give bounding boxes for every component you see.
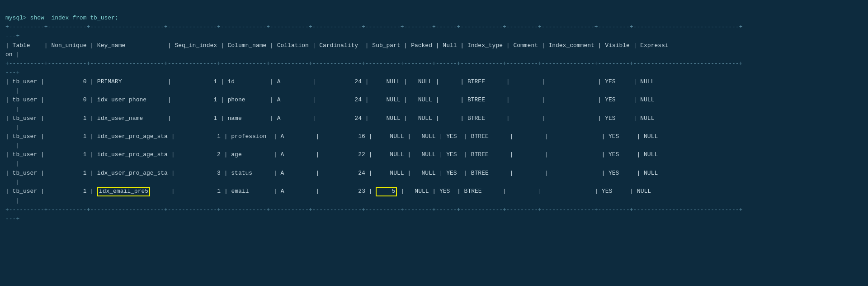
table-row-cont: | bbox=[5, 124, 19, 131]
table-row-cont: | bbox=[5, 87, 19, 94]
highlighted-key-name: idx_email_pre5 bbox=[97, 187, 150, 196]
separator-bottom: +----------+-----------+----------------… bbox=[5, 206, 742, 213]
separator-top: +----------+-----------+----------------… bbox=[5, 24, 742, 30]
command-line: mysql> show index from tb_user; bbox=[5, 14, 118, 21]
table-row-highlighted: | tb_user | 1 | idx_email_pre5 | 1 | ema… bbox=[5, 188, 651, 195]
table-row: | tb_user | 0 | idx_user_phone | 1 | pho… bbox=[5, 96, 654, 103]
separator-mid-cont: ---+ bbox=[5, 69, 19, 76]
table-row-cont: | bbox=[5, 197, 19, 204]
table-row: | tb_user | 1 | idx_user_pro_age_sta | 3… bbox=[5, 170, 658, 176]
separator-bottom-cont: ---+ bbox=[5, 215, 19, 222]
table-row-cont: | bbox=[5, 179, 19, 186]
table-header-cont: on | bbox=[5, 51, 19, 58]
table-row: | tb_user | 0 | PRIMARY | 1 | id | A | 2… bbox=[5, 78, 654, 85]
table-header: | Table | Non_unique | Key_name | Seq_in… bbox=[5, 42, 669, 49]
table-row-cont: | bbox=[5, 160, 19, 167]
separator-mid: +----------+-----------+----------------… bbox=[5, 60, 742, 67]
table-row: | tb_user | 1 | idx_user_pro_age_sta | 1… bbox=[5, 133, 658, 140]
table-row-cont: | bbox=[5, 106, 19, 113]
table-row: | tb_user | 1 | idx_user_pro_age_sta | 2… bbox=[5, 151, 658, 158]
table-row: | tb_user | 1 | idx_user_name | 1 | name… bbox=[5, 115, 654, 122]
separator-cont: ---+ bbox=[5, 33, 19, 39]
highlighted-sub-part: 5 bbox=[376, 187, 397, 196]
terminal: mysql> show index from tb_user; +-------… bbox=[0, 0, 868, 228]
table-row-cont: | bbox=[5, 142, 19, 149]
